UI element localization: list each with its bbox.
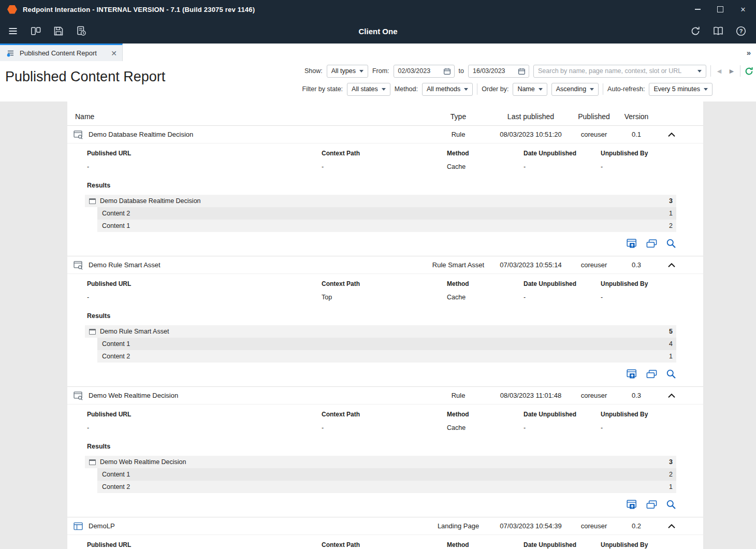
detail-value: - bbox=[87, 293, 322, 302]
result-name: Content 1 bbox=[102, 471, 130, 478]
result-count: 1 bbox=[669, 483, 676, 490]
publish-button[interactable] bbox=[627, 369, 637, 379]
entry-details: Published URLContext PathMethodDate Unpu… bbox=[87, 279, 703, 302]
menu-button[interactable] bbox=[3, 21, 23, 41]
result-row[interactable]: Content 12 bbox=[97, 220, 676, 232]
results-section: Results Demo Database Realtime Decision3… bbox=[67, 181, 703, 232]
detail-value: - bbox=[601, 293, 703, 302]
search-input[interactable] bbox=[534, 67, 697, 75]
close-button[interactable]: ✕ bbox=[739, 6, 747, 13]
entry-name: Demo Rule Smart Asset bbox=[89, 261, 161, 269]
detail-value: Top bbox=[322, 293, 447, 302]
chevron-up-icon bbox=[667, 524, 676, 529]
state-filter-select[interactable]: All states bbox=[347, 83, 390, 96]
search-icon bbox=[666, 238, 676, 249]
chevron-down-icon bbox=[704, 88, 708, 91]
next-page-button[interactable]: ▶ bbox=[728, 68, 736, 74]
duplicate-button[interactable] bbox=[646, 369, 657, 379]
order-direction-select[interactable]: Ascending bbox=[551, 83, 599, 96]
refresh-icon bbox=[745, 67, 753, 76]
entry-published-by: coreuser bbox=[570, 131, 618, 138]
boards-button[interactable] bbox=[26, 21, 46, 41]
content-window-icon bbox=[89, 329, 96, 335]
detail-label: Date Unpublished bbox=[524, 149, 601, 158]
method-filter-select[interactable]: All methods bbox=[422, 83, 473, 96]
entry-actions bbox=[67, 363, 703, 386]
collapse-button[interactable] bbox=[667, 132, 676, 137]
publish-button[interactable] bbox=[627, 499, 637, 510]
order-by-select[interactable]: Name bbox=[513, 83, 547, 96]
result-row[interactable]: Content 21 bbox=[97, 350, 676, 363]
tab-published-content-report[interactable]: Published Content Report ✕ bbox=[0, 44, 123, 61]
result-row[interactable]: Content 12 bbox=[97, 468, 676, 481]
detail-labels: Published URLContext PathMethodDate Unpu… bbox=[87, 149, 703, 158]
collapse-button[interactable] bbox=[667, 524, 676, 529]
save-button[interactable] bbox=[49, 21, 68, 41]
chevron-down-icon bbox=[382, 88, 386, 91]
entry-version: 0.3 bbox=[618, 261, 655, 269]
detail-value: - bbox=[601, 162, 703, 171]
to-date-input[interactable]: 16/03/2023 bbox=[468, 65, 529, 78]
tab-overflow-chevron[interactable]: » bbox=[747, 48, 751, 57]
report-history-button[interactable] bbox=[71, 21, 91, 41]
result-count: 3 bbox=[669, 197, 676, 205]
sync-button[interactable] bbox=[686, 21, 705, 41]
detail-labels: Published URLContext PathMethodDate Unpu… bbox=[87, 540, 703, 549]
search-icon bbox=[666, 369, 676, 379]
entry-version: 0.2 bbox=[618, 522, 655, 530]
entry-published-by: coreuser bbox=[570, 261, 618, 269]
detail-value: Cache bbox=[447, 423, 524, 432]
publish-icon bbox=[627, 499, 637, 510]
detail-label: Method bbox=[447, 410, 524, 419]
refresh-button[interactable] bbox=[745, 67, 753, 76]
entry-name-cell[interactable]: Demo Web Realtime Decision bbox=[67, 391, 425, 400]
realtime-decision-icon bbox=[74, 391, 83, 400]
duplicate-button[interactable] bbox=[646, 238, 657, 249]
realtime-decision-icon bbox=[74, 261, 83, 270]
entry-actions bbox=[67, 493, 703, 517]
tabstrip: Published Content Report ✕ » bbox=[0, 44, 756, 61]
detail-label: Unpublished By bbox=[601, 410, 703, 419]
auto-refresh-select[interactable]: Every 5 minutes bbox=[649, 83, 713, 96]
search-options-chevron-icon[interactable] bbox=[697, 70, 702, 73]
entry-name: Demo Web Realtime Decision bbox=[89, 392, 178, 399]
detail-label: Context Path bbox=[322, 540, 447, 549]
content-window-icon bbox=[89, 459, 96, 465]
documentation-button[interactable] bbox=[708, 21, 728, 41]
minimize-button[interactable] bbox=[694, 6, 701, 13]
page-header: Published Content Report Show: All types… bbox=[0, 61, 756, 102]
result-row[interactable]: Demo Web Realtime Decision3 bbox=[85, 456, 676, 468]
result-row[interactable]: Content 14 bbox=[97, 338, 676, 350]
landing-page-icon bbox=[74, 522, 83, 530]
collapse-button[interactable] bbox=[667, 393, 676, 398]
result-row[interactable]: Demo Database Realtime Decision3 bbox=[85, 195, 676, 207]
detail-values: --Cache-- bbox=[87, 158, 703, 171]
entry-name-cell[interactable]: Demo Rule Smart Asset bbox=[67, 261, 425, 270]
detail-label: Unpublished By bbox=[601, 149, 703, 158]
tab-close-icon[interactable]: ✕ bbox=[111, 50, 117, 57]
prev-page-button[interactable]: ◀ bbox=[715, 68, 723, 74]
chevron-down-icon bbox=[464, 88, 468, 91]
help-button[interactable]: ? bbox=[731, 21, 751, 41]
publish-button[interactable] bbox=[627, 238, 637, 249]
collapse-button[interactable] bbox=[667, 263, 676, 268]
result-row[interactable]: Content 21 bbox=[97, 207, 676, 220]
duplicate-button[interactable] bbox=[646, 499, 657, 510]
view-details-button[interactable] bbox=[666, 499, 676, 510]
result-row[interactable]: Content 21 bbox=[97, 481, 676, 493]
filter-bar: Show: All types From: 02/03/2023 to 16/0… bbox=[302, 64, 753, 96]
view-details-button[interactable] bbox=[666, 238, 676, 249]
order-by-value: Name bbox=[517, 85, 534, 93]
result-name: Demo Web Realtime Decision bbox=[100, 458, 186, 466]
entry-name-cell[interactable]: DemoLP bbox=[67, 522, 425, 530]
type-filter-select[interactable]: All types bbox=[327, 65, 368, 78]
detail-label: Unpublished By bbox=[601, 540, 703, 549]
entry-name-cell[interactable]: Demo Database Realtime Decision bbox=[67, 130, 425, 139]
view-details-button[interactable] bbox=[666, 369, 676, 379]
from-date-input[interactable]: 02/03/2023 bbox=[394, 65, 455, 78]
detail-value: Cache bbox=[447, 293, 524, 302]
entry-row: DemoLP Landing Page 07/03/2023 10:54:39 … bbox=[67, 517, 703, 535]
entry-details: Published URLContext PathMethodDate Unpu… bbox=[87, 410, 703, 432]
maximize-button[interactable] bbox=[717, 6, 724, 13]
result-row[interactable]: Demo Rule Smart Asset5 bbox=[85, 325, 676, 338]
